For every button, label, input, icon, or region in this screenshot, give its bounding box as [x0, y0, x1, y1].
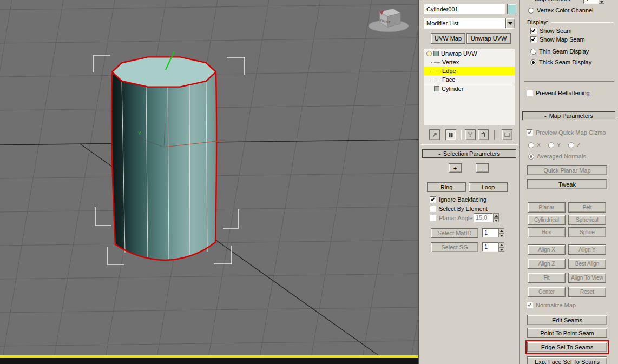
make-unique-button[interactable]	[465, 129, 476, 140]
app-window: Y FRONT	[0, 0, 618, 364]
axis-x-radio[interactable]	[528, 142, 534, 148]
axis-z-radio[interactable]	[568, 142, 574, 148]
axis-x-row: X	[528, 141, 541, 149]
remove-modifier-button[interactable]	[478, 129, 489, 140]
tweak-button[interactable]: Tweak	[527, 179, 607, 189]
shrink-selection-button[interactable]: -	[476, 163, 489, 173]
check-icon	[528, 302, 532, 307]
unwrap-uvw-button[interactable]: Unwrap UVW	[466, 33, 511, 44]
modifier-stack[interactable]: Unwrap UVW Vertex Edge Face Cylinder	[424, 49, 515, 125]
stack-item-cylinder[interactable]: Cylinder	[424, 84, 515, 92]
dropdown-arrow-button[interactable]	[505, 18, 515, 28]
show-seam-checkbox[interactable]	[530, 28, 537, 34]
fit-button[interactable]: Fit	[528, 273, 566, 283]
cylinder-top-cap[interactable]	[112, 57, 216, 87]
section-divider	[524, 81, 614, 82]
align-x-button[interactable]: Align X	[528, 244, 566, 255]
radio-label[interactable]: Vertex Color Channel	[537, 7, 594, 14]
selection-parameters-rollout-header[interactable]: - Selection Parameters	[422, 149, 516, 158]
ignore-backfacing-checkbox[interactable]	[430, 196, 436, 203]
stack-item-edge-selected[interactable]: Edge	[424, 67, 515, 75]
viewport-perspective[interactable]: Y FRONT	[0, 0, 418, 364]
radio-label[interactable]: Thin Seam Display	[539, 48, 589, 55]
spline-button[interactable]: Spline	[568, 227, 606, 237]
sg-spinner: 1	[482, 242, 504, 252]
pin-stack-button[interactable]	[429, 129, 440, 140]
thick-seam-display-radio[interactable]	[530, 59, 536, 65]
pelt-button[interactable]: Pelt	[568, 202, 606, 213]
modifier-list-dropdown[interactable]: Modifier List	[424, 18, 515, 29]
select-matid-button[interactable]: Select MatID	[431, 228, 478, 238]
map-channel-value[interactable]: 1	[583, 0, 599, 4]
reset-button[interactable]: Reset	[568, 287, 606, 297]
viewport-canvas[interactable]: Y FRONT	[0, 0, 418, 358]
matid-value[interactable]: 1	[482, 228, 498, 237]
configure-modifier-sets-button[interactable]	[502, 129, 512, 140]
point-to-point-seam-button[interactable]: Point To Point Seam	[527, 328, 607, 338]
checkbox-label[interactable]: Planar Angle	[439, 215, 472, 221]
radio-label[interactable]: Thick Seam Display	[539, 59, 591, 65]
spinner-down-arrow[interactable]	[493, 218, 499, 223]
stack-item-face[interactable]: Face	[424, 75, 515, 84]
cylinder-object[interactable]	[111, 57, 216, 260]
checkbox-label[interactable]: Show Seam	[540, 28, 571, 34]
radio-label[interactable]: Y	[557, 142, 561, 148]
quick-planar-map-button[interactable]: Quick Planar Map	[527, 165, 607, 175]
radio-label[interactable]: X	[537, 142, 541, 148]
cylindrical-button[interactable]: Cylindrical	[528, 215, 566, 225]
sg-value[interactable]: 1	[482, 242, 498, 252]
grow-selection-button[interactable]: +	[449, 163, 462, 173]
averaged-normals-radio[interactable]	[528, 154, 534, 160]
center-button[interactable]: Center	[528, 287, 566, 297]
radio-label[interactable]: Z	[577, 142, 581, 148]
normalize-map-checkbox[interactable]	[527, 302, 533, 308]
align-z-button[interactable]: Align Z	[528, 259, 566, 269]
spinner-down-arrow[interactable]	[498, 247, 504, 252]
stack-item-vertex[interactable]: Vertex	[424, 58, 515, 67]
axis-y-radio[interactable]	[548, 142, 554, 148]
radio-label[interactable]: Averaged Normals	[537, 153, 586, 160]
show-map-seam-checkbox[interactable]	[530, 36, 537, 43]
edit-seams-button[interactable]: Edit Seams	[527, 315, 607, 325]
box-button[interactable]: Box	[528, 227, 566, 237]
prevent-reflattening-row: Prevent Reflattening	[527, 89, 590, 97]
map-parameters-rollout-header[interactable]: - Map Parameters	[522, 111, 615, 120]
checkbox-label[interactable]: Preview Quick Map Gizmo	[536, 129, 606, 136]
map-channel-spinner: 1	[583, 0, 604, 4]
object-color-swatch[interactable]	[507, 4, 516, 14]
spinner-up-arrow[interactable]	[493, 213, 499, 218]
align-y-button[interactable]: Align Y	[568, 244, 606, 255]
align-to-view-button[interactable]: Align To View	[568, 273, 606, 283]
preview-quick-map-gizmo-checkbox[interactable]	[527, 129, 533, 136]
spherical-button[interactable]: Spherical	[568, 215, 606, 225]
thin-seam-display-radio[interactable]	[530, 49, 536, 55]
checkbox-label[interactable]: Normalize Map	[536, 302, 576, 308]
vertex-color-channel-radio[interactable]	[528, 8, 534, 14]
object-name-field[interactable]: Cylinder001	[424, 4, 505, 14]
planar-angle-value[interactable]: 15.0	[474, 213, 493, 222]
checkbox-label[interactable]: Ignore Backfacing	[439, 196, 486, 203]
ring-button[interactable]: Ring	[427, 182, 466, 192]
select-sg-button[interactable]: Select SG	[431, 242, 478, 252]
checkbox-label[interactable]: Show Map Seam	[540, 36, 585, 43]
edge-sel-to-seams-button[interactable]: Edge Sel To Seams	[527, 342, 607, 352]
spinner-down-arrow[interactable]	[599, 0, 604, 4]
loop-button[interactable]: Loop	[469, 182, 508, 192]
checkbox-label[interactable]: Select By Element	[439, 206, 488, 212]
spinner-down-arrow[interactable]	[498, 233, 504, 238]
checkbox-label[interactable]: Prevent Reflattening	[536, 90, 590, 96]
cylinder-body[interactable]	[111, 72, 216, 260]
spinner-up-arrow[interactable]	[498, 228, 504, 233]
show-end-result-button[interactable]	[445, 129, 456, 140]
best-align-button[interactable]: Best Align	[568, 259, 606, 269]
prevent-reflattening-checkbox[interactable]	[527, 90, 533, 96]
uvw-map-button[interactable]: UVW Map	[431, 33, 465, 44]
exp-face-sel-to-seams-button[interactable]: Exp. Face Sel To Seams	[527, 356, 607, 364]
visibility-bulb-icon[interactable]	[426, 51, 432, 56]
spinner-up-arrow[interactable]	[498, 242, 504, 247]
stack-item-label: Cylinder	[442, 85, 463, 92]
stack-item-unwrap-uvw[interactable]: Unwrap UVW	[424, 49, 515, 58]
planar-button[interactable]: Planar	[528, 202, 566, 213]
select-by-element-checkbox[interactable]	[430, 206, 436, 212]
planar-angle-checkbox[interactable]	[430, 215, 436, 221]
